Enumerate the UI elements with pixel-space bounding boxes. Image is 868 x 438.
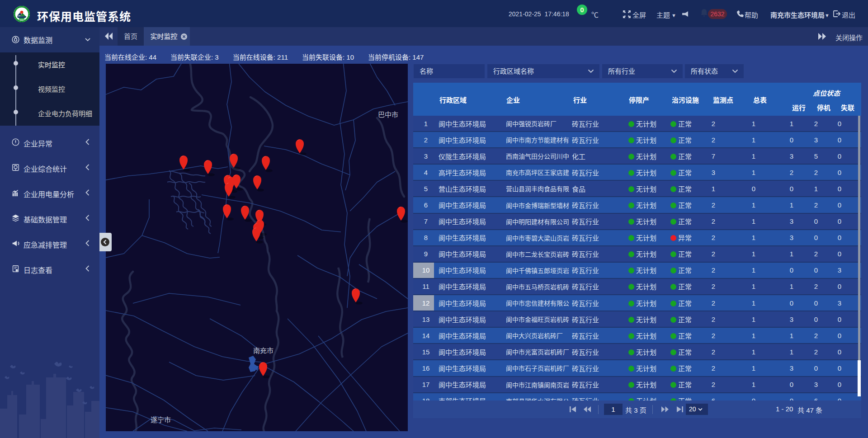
svg-text:遂宁市: 遂宁市 bbox=[151, 416, 171, 424]
svg-text:巴中市: 巴中市 bbox=[378, 111, 398, 118]
svg-text:南充市: 南充市 bbox=[253, 347, 274, 354]
